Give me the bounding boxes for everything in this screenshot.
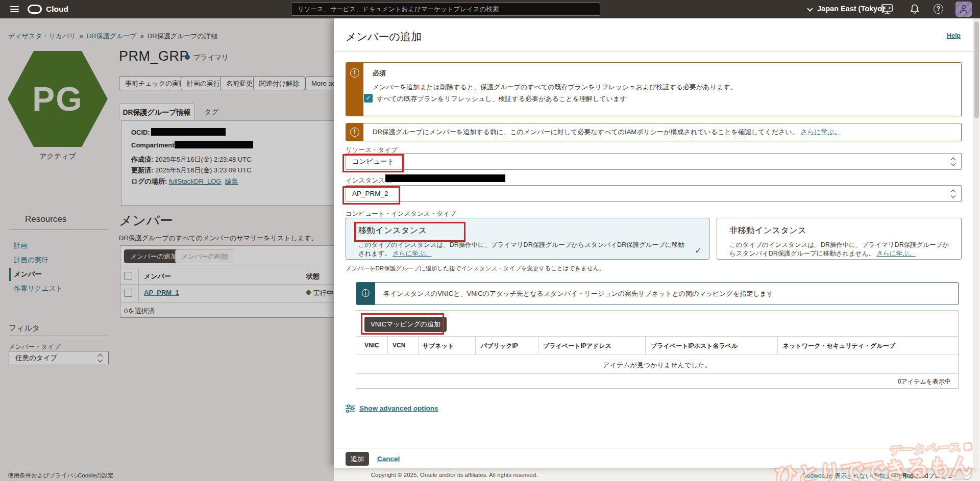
required-warning-box: ! 必須 メンバーを追加または削除すると、保護グループのすべての既存プランをリフ…: [346, 62, 962, 116]
hostname-label-col-header: プライベートIPホスト名ラベル: [651, 342, 738, 350]
subnet-col-header: サブネット: [423, 342, 454, 350]
cancel-link[interactable]: Cancel: [377, 455, 400, 463]
toggle-knob: [963, 471, 971, 479]
panel-header-divider: [334, 51, 980, 52]
show-advanced-options-link[interactable]: Show advanced options: [359, 404, 438, 412]
region-selector[interactable]: Japan East (Tokyo): [817, 5, 885, 13]
oracle-logo-icon[interactable]: [28, 5, 42, 14]
vnic-info-text: 各インスタンスのVNICと、VNICのアタッチ先となるスタンバイ・リージョンの宛…: [375, 283, 781, 305]
selected-check-icon: ✓: [695, 245, 702, 256]
moving-instance-card[interactable]: 移動インスタンス このタイプのインスタンスは、DR操作中に、プライマリDR保護グ…: [346, 218, 709, 260]
instance-select[interactable]: AP_PRM_2: [346, 185, 962, 202]
acknowledge-label[interactable]: すべての既存プランをリフレッシュし、検証する必要があることを理解しています: [377, 94, 627, 104]
column-divider: [387, 337, 388, 354]
required-text: メンバーを追加または削除すると、保護グループのすべての既存プランをリフレッシュお…: [373, 83, 737, 92]
vcn-col-header: VCN: [393, 342, 405, 349]
hamburger-menu-icon[interactable]: [10, 6, 19, 12]
column-divider: [777, 337, 778, 354]
column-divider: [475, 337, 476, 354]
panel-scrollbar[interactable]: [973, 18, 979, 468]
chevron-down-icon: [807, 6, 813, 11]
warning-bar: !: [346, 123, 363, 141]
public-ip-col-header: パブリックIP: [481, 342, 518, 350]
non-moving-instance-card[interactable]: 非移動インスタンス このタイプのインスタンスは、DR操作中に、プライマリDR保護…: [717, 218, 962, 260]
info-icon: ⓘ: [356, 283, 375, 305]
column-divider: [418, 337, 419, 354]
non-moving-instance-body: このタイプのインスタンスは、DR操作中に、プライマリDR保護グループからスタンバ…: [729, 241, 949, 257]
compute-instance-type-label: コンピュート・インスタンス・タイプ: [346, 210, 456, 218]
vnic-info-box: ⓘ 各インスタンスのVNICと、VNICのアタッチ先となるスタンバイ・リージョン…: [356, 282, 959, 305]
compartment-redacted-value: [385, 174, 505, 182]
global-search-input[interactable]: [291, 3, 600, 16]
items-count: 0アイテムを表示中: [898, 377, 951, 386]
vnic-col-header: VNIC: [364, 342, 379, 349]
table-divider: [356, 373, 958, 374]
table-divider: [356, 336, 958, 337]
copyright-text: Copyright © 2025, Oracle and/or its affi…: [306, 472, 602, 478]
nsg-col-header: ネットワーク・セキュリティ・グループ: [783, 342, 895, 350]
non-moving-learn-more-link[interactable]: さらに学ぶ。: [876, 250, 915, 257]
acknowledge-checkbox[interactable]: ✓: [364, 94, 373, 103]
footer-separator: |: [896, 472, 898, 478]
warning-icon: !: [350, 68, 359, 78]
moving-learn-more-link[interactable]: さらに学ぶ。: [393, 250, 431, 257]
notifications-bell-icon[interactable]: [909, 4, 921, 15]
modal-scrim[interactable]: [0, 18, 334, 481]
screen: Cloud Japan East (Tokyo) ? ディザスタ・リカバリ»DR…: [0, 0, 980, 481]
panel-action-bar: 追加 Cancel: [334, 448, 980, 468]
advanced-options-sliders-icon: [345, 404, 355, 413]
iam-text: DR保護グループにメンバーを追加する前に、このメンバーに対して必要なすべてのIA…: [373, 128, 799, 137]
empty-table-message: アイテムが見つかりませんでした。: [356, 354, 958, 370]
resource-type-select[interactable]: コンピュート: [346, 153, 962, 170]
column-divider: [538, 337, 538, 354]
vnic-mapping-container: VNICマッピングの追加 VNIC VCN サブネット パブリックIP プライベ…: [356, 310, 959, 389]
cloud-shell-icon[interactable]: [881, 4, 893, 15]
iam-warning-box: ! DR保護グループにメンバーを追加する前に、このメンバーに対して必要なすべての…: [346, 123, 962, 141]
private-ip-col-header: プライベートIPアドレス: [543, 342, 611, 350]
non-moving-instance-title: 非移動インスタンス: [729, 225, 806, 236]
column-divider: [645, 337, 646, 354]
select-chevrons-icon: [951, 158, 956, 166]
help-icon[interactable]: ?: [934, 4, 943, 14]
redwood-preview-toggle[interactable]: [950, 470, 972, 480]
iam-learn-more-link[interactable]: さらに学ぶ。: [800, 128, 841, 137]
add-submit-button[interactable]: 追加: [346, 452, 369, 466]
add-member-panel: メンバーの追加 Help ! 必須 メンバーを追加または削除すると、保護グループ…: [334, 18, 980, 468]
scrollbar-thumb[interactable]: [974, 21, 979, 118]
help-link[interactable]: Help: [947, 32, 961, 39]
warning-icon: !: [350, 128, 359, 137]
warning-bar: !: [346, 63, 363, 116]
moving-instance-title: 移動インスタンス: [358, 225, 427, 236]
top-bar: Cloud Japan East (Tokyo) ?: [0, 0, 980, 18]
person-icon: [959, 4, 968, 14]
instance-type-note: メンバーをDR保護グループに追加した後でインスタンス・タイプを変更することはでき…: [346, 265, 605, 272]
select-chevrons-icon: [951, 190, 956, 198]
add-vnic-mapping-button[interactable]: VNICマッピングの追加: [364, 317, 447, 332]
cloud-product-label[interactable]: Cloud: [46, 5, 68, 14]
instance-label: インスタンス in: [346, 176, 391, 185]
panel-title: メンバーの追加: [346, 30, 422, 44]
user-avatar[interactable]: [955, 2, 972, 17]
required-title: 必須: [373, 69, 737, 78]
